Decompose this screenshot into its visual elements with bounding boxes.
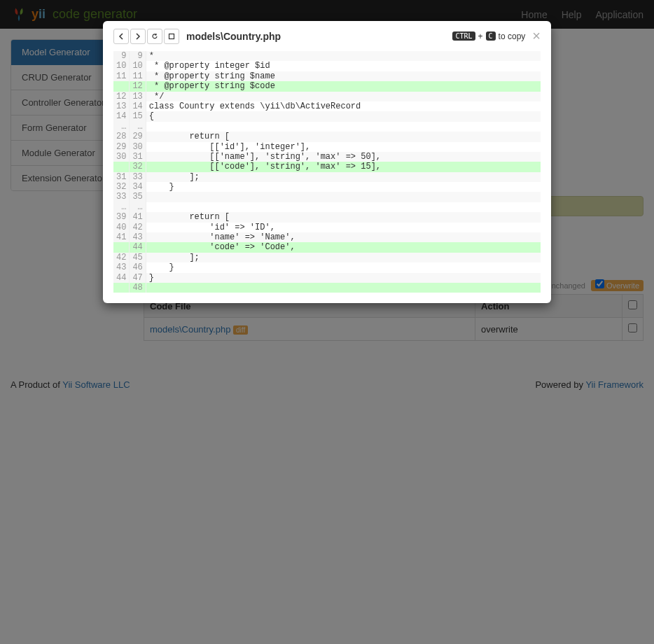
fullscreen-button[interactable] bbox=[164, 29, 179, 44]
code-line: 48 bbox=[113, 283, 541, 293]
diff-modal: models\Country.php CTRL+C to copy × 99*1… bbox=[103, 21, 551, 303]
code-line: 2829 return [ bbox=[113, 132, 541, 141]
code-line: 12 * @property string $code bbox=[113, 81, 541, 91]
code-line: 4346 } bbox=[113, 262, 541, 272]
code-line: 32 [['code'], 'string', 'max' => 15], bbox=[113, 162, 541, 172]
code-line: 3133 ]; bbox=[113, 172, 541, 182]
code-line: …… bbox=[113, 202, 541, 212]
code-line: 3234 } bbox=[113, 182, 541, 192]
arrow-left-icon bbox=[118, 33, 125, 40]
code-line: 44 'code' => 'Code', bbox=[113, 242, 541, 252]
code-line: 1314class Country extends \yii\db\Active… bbox=[113, 102, 541, 111]
code-line: 1111 * @property string $name bbox=[113, 71, 541, 81]
diff-code: 99*1010 * @property integer $id1111 * @p… bbox=[113, 51, 541, 293]
code-line: 1213 */ bbox=[113, 92, 541, 102]
code-line: 4143 'name' => 'Name', bbox=[113, 232, 541, 242]
code-line: 4042 'id' => 'ID', bbox=[113, 223, 541, 232]
svg-rect-0 bbox=[169, 34, 174, 38]
code-line: 2930 [['id'], 'integer'], bbox=[113, 142, 541, 152]
prev-button[interactable] bbox=[113, 29, 129, 44]
code-line: 4447} bbox=[113, 273, 541, 283]
code-line: 1010 * @property integer $id bbox=[113, 61, 541, 71]
code-line: …… bbox=[113, 122, 541, 132]
copy-hint: CTRL+C to copy bbox=[452, 31, 525, 41]
code-line: 1415{ bbox=[113, 111, 541, 121]
code-line: 3031 [['name'], 'string', 'max' => 50], bbox=[113, 152, 541, 162]
refresh-button[interactable] bbox=[147, 29, 162, 44]
code-line: 3335 bbox=[113, 192, 541, 202]
expand-icon bbox=[168, 33, 175, 40]
code-line: 3941 return [ bbox=[113, 212, 541, 222]
next-button[interactable] bbox=[130, 29, 146, 44]
code-line: 4245 ]; bbox=[113, 253, 541, 262]
code-line: 99* bbox=[113, 51, 541, 61]
arrow-right-icon bbox=[134, 33, 141, 40]
refresh-icon bbox=[151, 33, 158, 40]
close-button[interactable]: × bbox=[532, 28, 541, 44]
modal-title: models\Country.php bbox=[186, 31, 445, 42]
